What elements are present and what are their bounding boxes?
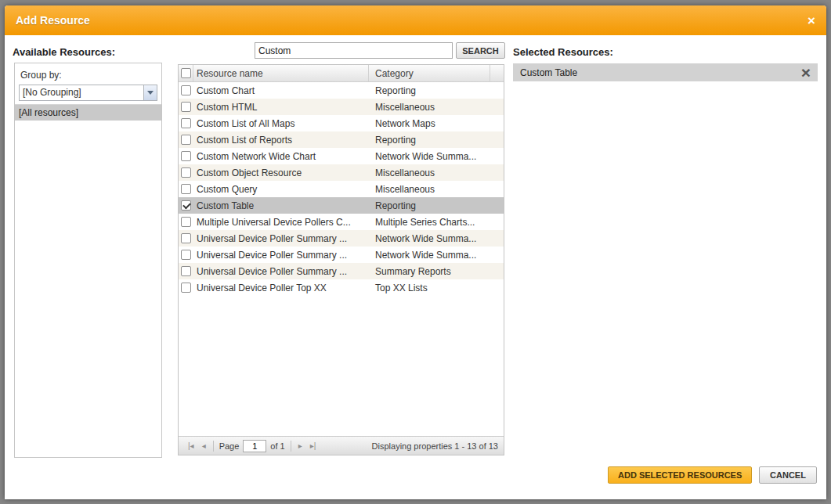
table-row[interactable]: Multiple Universal Device Pollers C...Mu… xyxy=(179,214,504,230)
row-checkbox-cell xyxy=(179,217,193,227)
row-checkbox[interactable] xyxy=(181,233,191,243)
close-icon[interactable]: × xyxy=(808,14,815,27)
category-cell: Reporting xyxy=(369,85,504,96)
resource-name-cell: Universal Device Poller Top XX xyxy=(193,283,369,293)
last-page-icon[interactable]: ▸| xyxy=(306,441,320,450)
table-row[interactable]: Custom Network Wide ChartNetwork Wide Su… xyxy=(179,148,504,164)
resource-name-cell: Universal Device Poller Summary ... xyxy=(193,250,369,261)
category-cell: Miscellaneous xyxy=(369,184,504,195)
resource-name-cell: Custom List of All Maps xyxy=(193,118,369,129)
cancel-button[interactable]: CANCEL xyxy=(759,466,817,484)
table-row[interactable]: Custom List of ReportsReporting xyxy=(179,131,504,148)
all-resources-item[interactable]: [All resources] xyxy=(15,105,161,121)
category-cell: Reporting xyxy=(369,135,504,146)
select-all-checkbox[interactable] xyxy=(181,68,191,78)
row-checkbox[interactable] xyxy=(181,250,191,260)
search-button[interactable]: SEARCH xyxy=(456,42,505,59)
category-cell: Top XX Lists xyxy=(369,283,504,293)
page-label: Page xyxy=(217,441,242,451)
grid-header: Resource name Category xyxy=(179,65,504,82)
paging-status: Displaying properties 1 - 13 of 13 xyxy=(372,441,498,451)
row-checkbox-cell xyxy=(179,85,193,95)
row-checkbox[interactable] xyxy=(181,118,191,128)
row-checkbox[interactable] xyxy=(181,200,191,211)
selected-resource-item[interactable]: Custom Table× xyxy=(513,63,818,81)
selected-resources-label: Selected Resources: xyxy=(513,46,613,58)
dialog-body: Available Resources: SEARCH Selected Res… xyxy=(5,35,826,499)
table-row[interactable]: Universal Device Poller Summary ...Netwo… xyxy=(179,247,504,263)
table-row[interactable]: Custom List of All MapsNetwork Maps xyxy=(179,115,504,131)
row-checkbox-cell xyxy=(179,266,193,276)
resource-name-cell: Custom Network Wide Chart xyxy=(193,151,369,162)
category-cell: Miscellaneous xyxy=(369,102,504,113)
row-checkbox[interactable] xyxy=(181,217,191,227)
remove-icon[interactable]: × xyxy=(801,64,811,81)
table-row[interactable]: Custom QueryMiscellaneous xyxy=(179,181,504,197)
grouping-dropdown[interactable]: [No Grouping] xyxy=(19,85,157,101)
first-page-icon[interactable]: |◂ xyxy=(184,441,198,450)
toolbar-separator xyxy=(213,441,214,452)
dialog-header: Add Resource × xyxy=(5,5,826,35)
category-cell: Multiple Series Charts... xyxy=(369,217,504,228)
resource-name-cell: Universal Device Poller Summary ... xyxy=(193,266,369,277)
group-by-label: Group by: xyxy=(20,70,157,81)
row-checkbox-cell xyxy=(179,250,193,260)
row-checkbox[interactable] xyxy=(181,85,191,95)
row-checkbox[interactable] xyxy=(181,184,191,194)
table-row[interactable]: Custom TableReporting xyxy=(179,197,504,214)
add-resource-dialog: Add Resource × Available Resources: SEAR… xyxy=(5,5,826,499)
category-cell: Network Wide Summa... xyxy=(369,151,504,162)
row-checkbox[interactable] xyxy=(181,167,191,178)
select-all-header-cell xyxy=(179,65,193,81)
table-row[interactable]: Custom ChartReporting xyxy=(179,82,504,99)
selected-resources-list: Custom Table× xyxy=(513,63,818,83)
row-checkbox-cell xyxy=(179,167,193,178)
row-checkbox-cell xyxy=(179,118,193,128)
row-checkbox-cell xyxy=(179,233,193,243)
page-number-input[interactable] xyxy=(243,440,266,452)
resource-table-body: Custom ChartReportingCustom HTMLMiscella… xyxy=(179,82,504,436)
column-header-resource-name[interactable]: Resource name xyxy=(193,65,369,81)
row-checkbox-cell xyxy=(179,151,193,161)
row-checkbox-cell xyxy=(179,200,193,211)
add-selected-resources-button[interactable]: ADD SELECTED RESOURCES xyxy=(608,466,752,484)
resource-name-cell: Custom Query xyxy=(193,184,369,195)
header-spacer xyxy=(490,65,504,81)
row-checkbox[interactable] xyxy=(181,135,191,145)
row-checkbox-cell xyxy=(179,135,193,145)
table-row[interactable]: Universal Device Poller Summary ...Summa… xyxy=(179,263,504,279)
category-cell: Network Wide Summa... xyxy=(369,250,504,261)
resource-name-cell: Custom Table xyxy=(193,200,369,211)
toolbar-separator xyxy=(291,441,291,452)
column-header-category[interactable]: Category xyxy=(369,65,490,81)
row-checkbox-cell xyxy=(179,184,193,194)
row-checkbox-cell xyxy=(179,102,193,112)
category-cell: Network Wide Summa... xyxy=(369,233,504,244)
table-row[interactable]: Custom HTMLMiscellaneous xyxy=(179,99,504,115)
next-page-icon[interactable]: ▸ xyxy=(294,441,306,450)
table-row[interactable]: Universal Device Poller Summary ...Netwo… xyxy=(179,230,504,247)
resource-name-cell: Custom HTML xyxy=(193,102,369,113)
row-checkbox[interactable] xyxy=(181,266,191,276)
resource-name-cell: Multiple Universal Device Pollers C... xyxy=(193,217,369,228)
table-row[interactable]: Universal Device Poller Top XXTop XX Lis… xyxy=(179,279,504,296)
resource-name-cell: Universal Device Poller Summary ... xyxy=(193,233,369,244)
grouping-dropdown-value: [No Grouping] xyxy=(20,85,143,100)
table-row[interactable]: Custom Object ResourceMiscellaneous xyxy=(179,164,504,181)
search-input[interactable] xyxy=(255,42,453,59)
group-by-panel: Group by: [No Grouping] [All resources] xyxy=(14,63,162,458)
resource-name-cell: Custom List of Reports xyxy=(193,135,369,146)
page-count-label: of 1 xyxy=(268,441,287,451)
group-list: [All resources] xyxy=(15,105,161,121)
row-checkbox[interactable] xyxy=(181,151,191,161)
resource-name-cell: Custom Object Resource xyxy=(193,167,369,178)
row-checkbox[interactable] xyxy=(181,283,191,293)
group-by-header: Group by: [No Grouping] xyxy=(15,63,161,105)
row-checkbox-cell xyxy=(179,283,193,293)
category-cell: Miscellaneous xyxy=(369,167,504,178)
chevron-down-icon[interactable] xyxy=(143,85,157,100)
paging-toolbar: |◂ ◂ Page of 1 ▸ ▸| Displaying propertie… xyxy=(179,436,504,455)
row-checkbox[interactable] xyxy=(181,102,191,112)
category-cell: Summary Reports xyxy=(369,266,504,277)
prev-page-icon[interactable]: ◂ xyxy=(198,441,210,450)
